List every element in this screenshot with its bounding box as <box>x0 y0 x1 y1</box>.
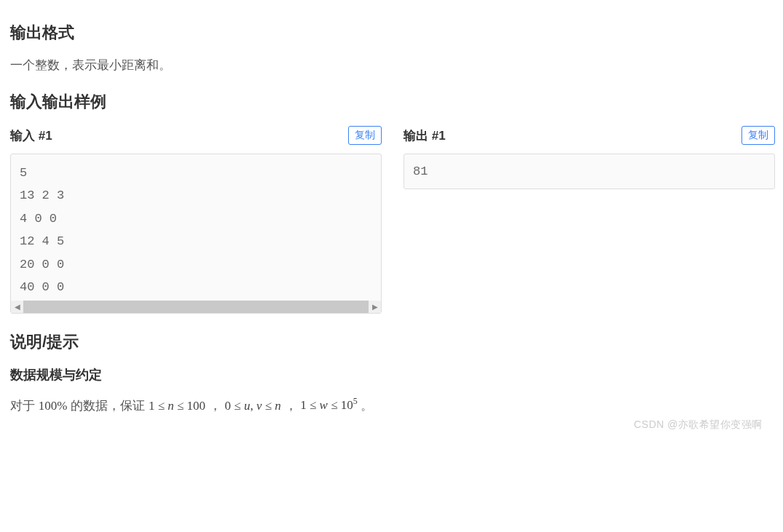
input-scrollbar[interactable]: ◀ ▶ <box>11 301 381 313</box>
notes-heading: 说明/提示 <box>10 331 773 353</box>
samples-container: 输入 #1 复制 5 13 2 3 4 0 0 12 4 5 20 0 0 40… <box>10 126 773 314</box>
constraints-paragraph: 对于 100% 的数据，保证 1 ≤ n ≤ 100 ， 0 ≤ u, v ≤ … <box>10 397 773 414</box>
sep1: ， <box>209 398 221 412</box>
output-sample-content: 81 <box>404 154 774 188</box>
input-sample-header: 输入 #1 复制 <box>10 126 382 145</box>
samples-heading: 输入输出样例 <box>10 91 773 113</box>
scroll-track[interactable] <box>23 301 369 313</box>
scroll-left-icon[interactable]: ◀ <box>11 301 23 313</box>
output-sample-header: 输出 #1 复制 <box>404 126 775 145</box>
output-sample-box: 81 <box>404 154 775 189</box>
constraint-uv: 0 ≤ u, v ≤ n <box>225 398 281 412</box>
watermark-text: CSDN @亦歌希望你变强啊 <box>634 418 763 432</box>
constraint-n: 1 ≤ n ≤ 100 <box>149 398 205 412</box>
copy-input-button[interactable]: 复制 <box>348 126 382 145</box>
constraint-w: 1 ≤ w ≤ 105 <box>300 398 357 412</box>
exponent: 5 <box>353 397 358 407</box>
period: 。 <box>361 398 373 412</box>
output-sample-column: 输出 #1 复制 81 <box>404 126 775 314</box>
copy-output-button[interactable]: 复制 <box>741 126 775 145</box>
percent-value: 100% <box>39 398 68 412</box>
constraint-mid: 的数据，保证 <box>71 398 149 412</box>
output-sample-label: 输出 #1 <box>404 127 446 144</box>
notes-subtitle: 数据规模与约定 <box>10 366 773 384</box>
input-sample-box: 5 13 2 3 4 0 0 12 4 5 20 0 0 40 0 0 ◀ ▶ <box>10 154 382 314</box>
output-format-heading: 输出格式 <box>10 22 773 44</box>
scroll-right-icon[interactable]: ▶ <box>369 301 381 313</box>
output-format-desc: 一个整数，表示最小距离和。 <box>10 57 773 74</box>
input-sample-content: 5 13 2 3 4 0 0 12 4 5 20 0 0 40 0 0 <box>11 154 381 301</box>
constraint-prefix: 对于 <box>10 398 39 412</box>
input-sample-label: 输入 #1 <box>10 127 52 144</box>
sep2: ， <box>285 398 297 412</box>
input-sample-column: 输入 #1 复制 5 13 2 3 4 0 0 12 4 5 20 0 0 40… <box>10 126 382 314</box>
